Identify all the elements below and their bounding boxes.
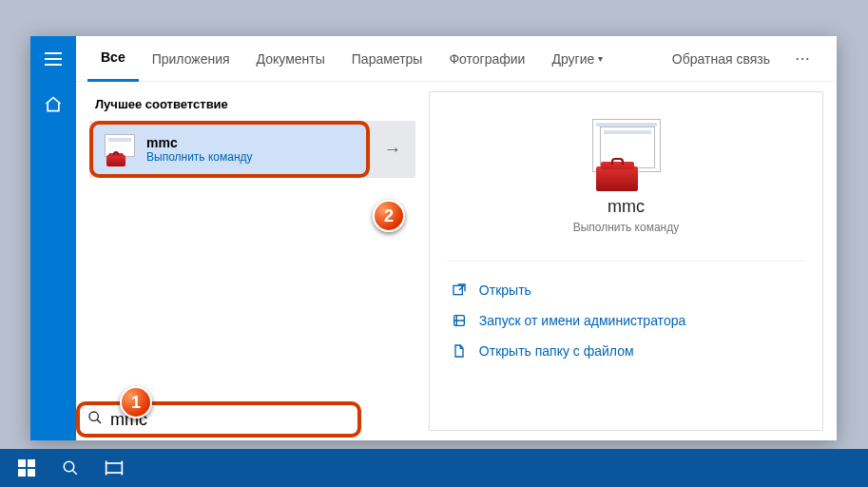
tab-photos[interactable]: Фотографии: [435, 36, 538, 82]
task-view-button[interactable]: [93, 449, 135, 487]
run-command-icon: [105, 134, 135, 165]
result-sub: Выполнить команду: [146, 150, 253, 164]
home-button[interactable]: [30, 82, 76, 127]
tabs-bar: Все Приложения Документы Параметры Фотог…: [76, 36, 837, 82]
start-button[interactable]: [6, 449, 48, 487]
sidebar: [30, 36, 76, 440]
tab-apps[interactable]: Приложения: [139, 36, 243, 82]
home-icon: [44, 95, 63, 114]
detail-header: mmc Выполнить команду: [447, 109, 805, 251]
shield-icon: [451, 313, 468, 328]
action-folder-label: Открыть папку с файлом: [479, 343, 634, 359]
result-title: mmc: [146, 135, 253, 150]
section-title: Лучшее соответствие: [89, 91, 415, 121]
content: Лучшее соответствие mmc Выполнить команд…: [76, 82, 837, 440]
taskbar: [0, 449, 868, 487]
arrow-right-icon: →: [384, 140, 401, 160]
result-mmc[interactable]: mmc Выполнить команду: [89, 121, 370, 178]
taskbar-search-button[interactable]: [49, 449, 91, 487]
hamburger-icon: [45, 52, 62, 66]
action-open-label: Открыть: [479, 282, 531, 298]
task-view-icon: [105, 459, 124, 477]
svg-rect-4: [106, 463, 123, 473]
tab-other-label: Другие: [551, 51, 594, 67]
action-admin-label: Запуск от имени администратора: [479, 313, 685, 328]
more-button[interactable]: ⋯: [781, 49, 825, 68]
open-icon: [451, 282, 468, 298]
search-icon: [87, 410, 103, 429]
tab-other[interactable]: Другие ▾: [538, 36, 616, 82]
annotation-2: 2: [373, 200, 405, 232]
tab-docs[interactable]: Документы: [243, 36, 338, 82]
chevron-down-icon: ▾: [598, 53, 603, 64]
action-open-folder[interactable]: Открыть папку с файлом: [447, 336, 805, 366]
folder-icon: [451, 343, 468, 359]
search-bar[interactable]: [76, 401, 361, 438]
results-column: Лучшее соответствие mmc Выполнить команд…: [89, 91, 415, 431]
detail-panel: mmc Выполнить команду Открыть Запуск от …: [429, 91, 823, 431]
divider: [447, 261, 805, 262]
svg-point-2: [89, 412, 98, 420]
windows-icon: [18, 459, 35, 477]
tab-params[interactable]: Параметры: [338, 36, 436, 82]
search-panel: Все Приложения Документы Параметры Фотог…: [30, 36, 837, 440]
detail-sub: Выполнить команду: [573, 221, 680, 234]
feedback-link[interactable]: Обратная связь: [661, 51, 781, 67]
main-area: Все Приложения Документы Параметры Фотог…: [76, 36, 837, 440]
search-icon: [62, 459, 79, 477]
detail-title: mmc: [608, 197, 645, 217]
svg-rect-0: [453, 285, 462, 294]
result-text: mmc Выполнить команду: [146, 135, 253, 164]
expand-arrow-button[interactable]: →: [370, 121, 415, 178]
action-open[interactable]: Открыть: [447, 275, 805, 305]
menu-button[interactable]: [30, 36, 76, 82]
action-run-admin[interactable]: Запуск от имени администратора: [447, 305, 805, 336]
detail-icon: [587, 119, 665, 187]
result-row: mmc Выполнить команду →: [89, 121, 415, 178]
annotation-1: 1: [120, 386, 152, 419]
svg-point-3: [64, 461, 74, 472]
tab-all[interactable]: Все: [87, 36, 139, 82]
